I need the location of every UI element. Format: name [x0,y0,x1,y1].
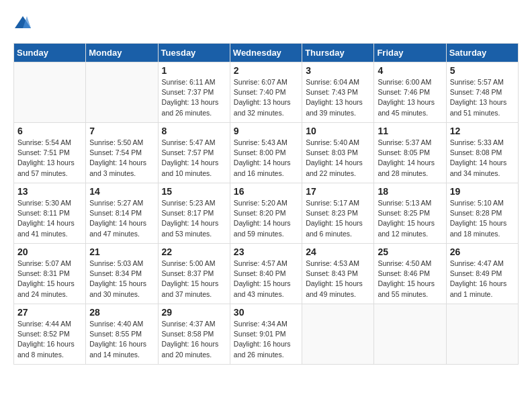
day-cell: 29Sunrise: 4:37 AM Sunset: 8:58 PM Dayli… [158,304,230,365]
day-number: 15 [162,186,226,197]
day-number: 29 [162,307,226,318]
day-cell: 13Sunrise: 5:30 AM Sunset: 8:11 PM Dayli… [14,183,86,244]
day-cell: 6Sunrise: 5:54 AM Sunset: 7:51 PM Daylig… [14,123,86,183]
day-info: Sunrise: 6:04 AM Sunset: 7:43 PM Dayligh… [306,77,370,118]
column-header-tuesday: Tuesday [158,44,230,62]
day-info: Sunrise: 5:40 AM Sunset: 8:03 PM Dayligh… [306,138,370,179]
day-info: Sunrise: 6:11 AM Sunset: 7:37 PM Dayligh… [162,77,226,118]
column-header-sunday: Sunday [14,44,86,62]
week-row-1: 1Sunrise: 6:11 AM Sunset: 7:37 PM Daylig… [14,62,519,123]
day-number: 28 [89,307,154,318]
logo-icon [13,13,32,32]
day-number: 27 [17,307,82,318]
column-header-friday: Friday [374,44,446,62]
day-cell: 9Sunrise: 5:43 AM Sunset: 8:00 PM Daylig… [230,123,302,183]
day-cell [302,304,374,365]
day-info: Sunrise: 5:57 AM Sunset: 7:48 PM Dayligh… [450,77,515,118]
day-number: 5 [450,65,515,76]
day-number: 30 [234,307,298,318]
day-info: Sunrise: 5:47 AM Sunset: 7:57 PM Dayligh… [162,138,226,179]
day-info: Sunrise: 4:57 AM Sunset: 8:40 PM Dayligh… [234,259,298,300]
header [13,13,519,32]
day-info: Sunrise: 5:30 AM Sunset: 8:11 PM Dayligh… [17,198,82,239]
day-info: Sunrise: 5:37 AM Sunset: 8:05 PM Dayligh… [378,138,442,179]
day-cell: 5Sunrise: 5:57 AM Sunset: 7:48 PM Daylig… [446,62,518,123]
day-number: 13 [17,186,82,197]
day-number: 1 [162,65,226,76]
column-header-monday: Monday [86,44,158,62]
day-info: Sunrise: 4:37 AM Sunset: 8:58 PM Dayligh… [162,319,226,360]
day-number: 19 [450,186,515,197]
day-info: Sunrise: 4:47 AM Sunset: 8:49 PM Dayligh… [450,259,515,300]
day-info: Sunrise: 5:20 AM Sunset: 8:20 PM Dayligh… [234,198,298,239]
day-cell: 14Sunrise: 5:27 AM Sunset: 8:14 PM Dayli… [86,183,158,244]
day-info: Sunrise: 5:54 AM Sunset: 7:51 PM Dayligh… [17,138,82,179]
day-cell: 11Sunrise: 5:37 AM Sunset: 8:05 PM Dayli… [374,123,446,183]
day-number: 21 [89,246,154,257]
week-row-3: 13Sunrise: 5:30 AM Sunset: 8:11 PM Dayli… [14,183,519,244]
day-info: Sunrise: 5:33 AM Sunset: 8:08 PM Dayligh… [450,138,515,179]
day-info: Sunrise: 5:00 AM Sunset: 8:37 PM Dayligh… [162,259,226,300]
day-cell: 17Sunrise: 5:17 AM Sunset: 8:23 PM Dayli… [302,183,374,244]
day-number: 18 [378,186,442,197]
day-info: Sunrise: 5:07 AM Sunset: 8:31 PM Dayligh… [17,259,82,300]
day-cell: 16Sunrise: 5:20 AM Sunset: 8:20 PM Dayli… [230,183,302,244]
day-number: 9 [234,126,298,136]
day-number: 14 [89,186,154,197]
day-cell [374,304,446,365]
day-cell: 3Sunrise: 6:04 AM Sunset: 7:43 PM Daylig… [302,62,374,123]
day-cell: 18Sunrise: 5:13 AM Sunset: 8:25 PM Dayli… [374,183,446,244]
day-cell: 30Sunrise: 4:34 AM Sunset: 9:01 PM Dayli… [230,304,302,365]
day-info: Sunrise: 5:03 AM Sunset: 8:34 PM Dayligh… [89,259,154,300]
day-number: 22 [162,246,226,257]
day-cell: 4Sunrise: 6:00 AM Sunset: 7:46 PM Daylig… [374,62,446,123]
week-row-5: 27Sunrise: 4:44 AM Sunset: 8:52 PM Dayli… [14,304,519,365]
day-cell: 12Sunrise: 5:33 AM Sunset: 8:08 PM Dayli… [446,123,518,183]
day-info: Sunrise: 5:17 AM Sunset: 8:23 PM Dayligh… [306,198,370,239]
day-info: Sunrise: 5:43 AM Sunset: 8:00 PM Dayligh… [234,138,298,179]
day-cell: 25Sunrise: 4:50 AM Sunset: 8:46 PM Dayli… [374,244,446,304]
day-number: 6 [17,126,82,136]
day-cell: 26Sunrise: 4:47 AM Sunset: 8:49 PM Dayli… [446,244,518,304]
day-info: Sunrise: 4:34 AM Sunset: 9:01 PM Dayligh… [234,319,298,360]
day-info: Sunrise: 5:13 AM Sunset: 8:25 PM Dayligh… [378,198,442,239]
day-cell: 1Sunrise: 6:11 AM Sunset: 7:37 PM Daylig… [158,62,230,123]
day-number: 17 [306,186,370,197]
day-cell: 8Sunrise: 5:47 AM Sunset: 7:57 PM Daylig… [158,123,230,183]
day-info: Sunrise: 6:00 AM Sunset: 7:46 PM Dayligh… [378,77,442,118]
day-cell: 19Sunrise: 5:10 AM Sunset: 8:28 PM Dayli… [446,183,518,244]
day-cell: 23Sunrise: 4:57 AM Sunset: 8:40 PM Dayli… [230,244,302,304]
day-number: 24 [306,246,370,257]
day-number: 8 [162,126,226,136]
week-row-4: 20Sunrise: 5:07 AM Sunset: 8:31 PM Dayli… [14,244,519,304]
day-cell: 7Sunrise: 5:50 AM Sunset: 7:54 PM Daylig… [86,123,158,183]
day-number: 4 [378,65,442,76]
day-info: Sunrise: 5:10 AM Sunset: 8:28 PM Dayligh… [450,198,515,239]
day-cell: 27Sunrise: 4:44 AM Sunset: 8:52 PM Dayli… [14,304,86,365]
day-cell [86,62,158,123]
day-cell: 21Sunrise: 5:03 AM Sunset: 8:34 PM Dayli… [86,244,158,304]
day-cell: 20Sunrise: 5:07 AM Sunset: 8:31 PM Dayli… [14,244,86,304]
logo [13,13,35,32]
day-info: Sunrise: 5:27 AM Sunset: 8:14 PM Dayligh… [89,198,154,239]
column-header-wednesday: Wednesday [230,44,302,62]
column-header-saturday: Saturday [446,44,518,62]
day-cell: 15Sunrise: 5:23 AM Sunset: 8:17 PM Dayli… [158,183,230,244]
day-cell: 2Sunrise: 6:07 AM Sunset: 7:40 PM Daylig… [230,62,302,123]
header-row: SundayMondayTuesdayWednesdayThursdayFrid… [14,44,519,62]
day-cell [14,62,86,123]
day-cell: 10Sunrise: 5:40 AM Sunset: 8:03 PM Dayli… [302,123,374,183]
day-number: 25 [378,246,442,257]
day-number: 12 [450,126,515,136]
day-info: Sunrise: 5:23 AM Sunset: 8:17 PM Dayligh… [162,198,226,239]
day-cell: 24Sunrise: 4:53 AM Sunset: 8:43 PM Dayli… [302,244,374,304]
day-number: 23 [234,246,298,257]
day-number: 11 [378,126,442,136]
day-number: 26 [450,246,515,257]
day-number: 20 [17,246,82,257]
day-info: Sunrise: 4:40 AM Sunset: 8:55 PM Dayligh… [89,319,154,360]
week-row-2: 6Sunrise: 5:54 AM Sunset: 7:51 PM Daylig… [14,123,519,183]
day-number: 3 [306,65,370,76]
day-info: Sunrise: 4:44 AM Sunset: 8:52 PM Dayligh… [17,319,82,360]
day-info: Sunrise: 4:53 AM Sunset: 8:43 PM Dayligh… [306,259,370,300]
